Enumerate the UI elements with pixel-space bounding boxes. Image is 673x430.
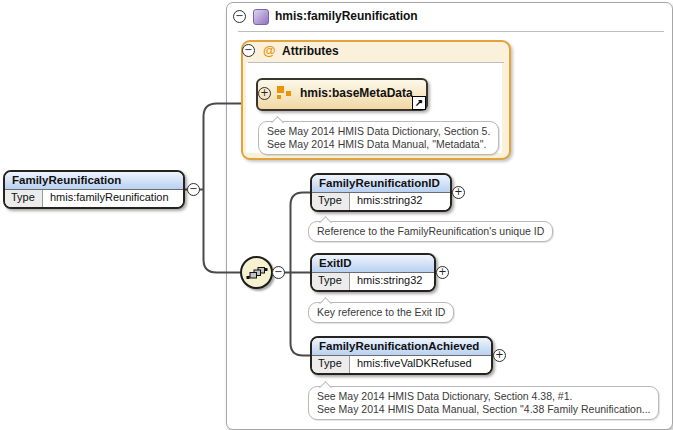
child2-note-line1: Key reference to the Exit ID bbox=[317, 306, 445, 319]
sequence-compositor[interactable] bbox=[240, 256, 273, 289]
child-element-box-exitid[interactable]: ExitID Type hmis:string32 bbox=[310, 253, 436, 292]
root-element-box[interactable]: FamilyReunification Type hmis:familyReun… bbox=[3, 170, 185, 209]
child1-expand-toggle[interactable]: + bbox=[452, 186, 465, 199]
child3-note-line2: See May 2014 HMIS Data Manual, Section "… bbox=[317, 403, 650, 416]
child-type-label: Type bbox=[312, 193, 350, 210]
goto-definition-icon[interactable]: ↗ bbox=[412, 96, 426, 110]
child-element-box-familyreunificationid[interactable]: FamilyReunificationID Type hmis:string32 bbox=[310, 173, 452, 212]
attribute-at-icon: @ bbox=[263, 43, 276, 58]
child1-note: Reference to the FamilyReunification's u… bbox=[308, 221, 553, 242]
child-element-name: FamilyReunificationID bbox=[312, 175, 450, 193]
child3-note-line1: See May 2014 HMIS Data Dictionary, Secti… bbox=[317, 390, 650, 403]
child3-note: See May 2014 HMIS Data Dictionary, Secti… bbox=[308, 386, 659, 420]
root-element-name: FamilyReunification bbox=[5, 172, 183, 190]
attribute-group-icon bbox=[276, 85, 292, 101]
child1-note-line1: Reference to the FamilyReunification's u… bbox=[317, 225, 544, 238]
child2-expand-toggle[interactable]: + bbox=[436, 266, 449, 279]
attributes-note-line2: See May 2014 HMIS Data Manual, "Metadata… bbox=[267, 138, 490, 151]
root-collapse-toggle[interactable]: − bbox=[187, 183, 200, 196]
schema-diagram-canvas: − hmis:familyReunification − @ Attribute… bbox=[0, 0, 673, 430]
basemetadata-expand-toggle[interactable]: + bbox=[258, 87, 271, 100]
attributes-collapse-toggle[interactable]: − bbox=[242, 44, 255, 57]
attributes-note: See May 2014 HMIS Data Dictionary, Secti… bbox=[258, 121, 499, 155]
panel-header-separator bbox=[238, 31, 664, 32]
child-element-box-familyreunificationachieved[interactable]: FamilyReunificationAchieved Type hmis:fi… bbox=[310, 336, 493, 375]
sequence-collapse-toggle[interactable]: − bbox=[272, 266, 285, 279]
child-type-value: hmis:string32 bbox=[350, 273, 434, 290]
child-element-name: FamilyReunificationAchieved bbox=[312, 338, 491, 356]
child2-note: Key reference to the Exit ID bbox=[308, 302, 454, 323]
attributes-header-separator bbox=[248, 62, 504, 63]
child-element-name: ExitID bbox=[312, 255, 434, 273]
panel-collapse-toggle[interactable]: − bbox=[233, 10, 246, 23]
child-type-label: Type bbox=[312, 273, 350, 290]
child-type-value: hmis:fiveValDKRefused bbox=[350, 356, 491, 373]
root-type-label: Type bbox=[5, 190, 43, 207]
complex-type-icon bbox=[253, 9, 269, 25]
sequence-icon bbox=[246, 265, 268, 281]
attributes-section-title: Attributes bbox=[282, 44, 339, 58]
root-type-value: hmis:familyReunification bbox=[43, 190, 183, 207]
attributes-note-line1: See May 2014 HMIS Data Dictionary, Secti… bbox=[267, 125, 490, 138]
child3-expand-toggle[interactable]: + bbox=[493, 349, 506, 362]
child-type-label: Type bbox=[312, 356, 350, 373]
child-type-value: hmis:string32 bbox=[350, 193, 450, 210]
attribute-basemetadata-label: hmis:baseMetaData bbox=[300, 86, 413, 100]
panel-title: hmis:familyReunification bbox=[275, 9, 418, 23]
